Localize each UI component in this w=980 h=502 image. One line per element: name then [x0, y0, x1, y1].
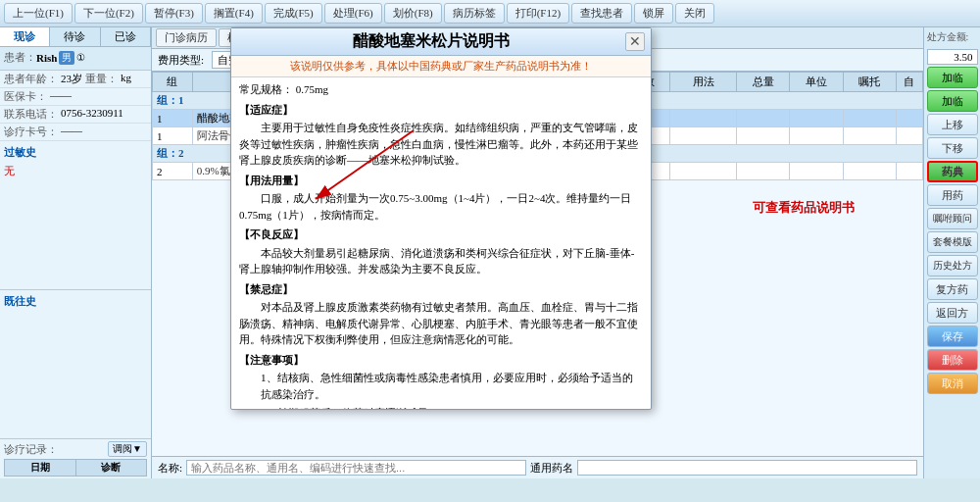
drug-1-usage — [670, 110, 737, 127]
drug-3-usage — [670, 163, 737, 180]
toolbar-btn-treat[interactable]: 处理(F6) — [324, 3, 382, 24]
tab-current[interactable]: 现诊 — [0, 27, 50, 46]
drug-1-unit — [790, 110, 843, 127]
diagnosis-table: 日期 诊断 — [4, 459, 147, 477]
btn-save[interactable]: 保存 — [927, 326, 978, 347]
toolbar-btn-prev[interactable]: 上一位(F1) — [4, 3, 73, 24]
toolbar-btn-disease[interactable]: 病历标签 — [444, 3, 505, 24]
main-layout: 现诊 待诊 已诊 患者： Rish 男 ① 患者年龄： 23岁 重量： kg 医… — [0, 27, 980, 478]
col-total: 总量 — [737, 73, 790, 92]
btn-advice[interactable]: 嘱咐顾问 — [927, 208, 978, 229]
patient-gender: 男 — [59, 51, 74, 65]
drug-1-self — [896, 110, 922, 127]
diagnosis-recall-button[interactable]: 调阅▼ — [108, 441, 147, 457]
drug-input-label: 名称: — [158, 461, 182, 476]
btn-add-2[interactable]: 加临 — [927, 90, 978, 112]
col-usage: 用法 — [670, 73, 737, 92]
diagnosis-section: 诊疗记录： 调阅▼ 日期 诊断 — [0, 438, 151, 478]
section-contraindication-title: 【禁忌症】 — [239, 281, 643, 298]
btn-down[interactable]: 下移 — [927, 137, 978, 159]
col-self: 自 — [896, 73, 922, 92]
section-notes-title: 【注意事项】 — [239, 352, 643, 369]
past-history-title: 既往史 — [4, 292, 147, 311]
patient-card: —— — [50, 89, 72, 104]
price-label: 处方金额: — [927, 30, 969, 44]
allergy-history: 过敏史 无 — [0, 141, 151, 289]
patient-diag-card-row: 诊疗卡号： —— — [0, 124, 151, 141]
toolbar-btn-done[interactable]: 完成(F5) — [265, 3, 322, 24]
price-display: 3.50 — [927, 49, 978, 65]
drug-info-popup: 醋酸地塞米松片说明书 ✕ 该说明仅供参考，具体以中国药典或厂家生产药品说明书为准… — [230, 27, 652, 410]
diagnosis-header: 诊疗记录： 调阅▼ — [4, 441, 147, 457]
btn-history[interactable]: 历史处方 — [927, 255, 978, 276]
btn-up[interactable]: 上移 — [927, 114, 978, 135]
spec-value: 0.75mg — [296, 83, 328, 95]
section-notes-item-1: 1、结核病、急性细菌性或病毒性感染患者慎用，必要应用时，必须给予适当的抗感染治疗… — [239, 370, 643, 402]
drug-name-input[interactable] — [186, 460, 526, 476]
drug-info-title: 醋酸地塞米松片说明书 — [237, 31, 625, 52]
toolbar-btn-hold[interactable]: 搁置(F4) — [205, 3, 263, 24]
tab-pending[interactable]: 待诊 — [50, 27, 100, 46]
common-name-label: 通用药名 — [530, 461, 573, 476]
center-panel: 门诊病历 检验检查 西/成药处方 中药处方 处置单 其他 图片资料 费用类型: … — [152, 27, 923, 478]
section-contraindication-content: 对本品及肾上腺皮质激素类药物有过敏史者禁用。高血压、血栓症、胃与十二指肠溃疡、精… — [239, 299, 643, 348]
btn-reset[interactable]: 返回方 — [927, 302, 978, 324]
patient-info: 患者： Rish 男 ① — [0, 47, 151, 71]
drug-input-row: 名称: 通用药名 — [152, 456, 923, 478]
drug-1-note — [843, 110, 896, 127]
drug-1-total — [737, 110, 790, 127]
drug-info-subtitle: 该说明仅供参考，具体以中国药典或厂家生产药品说明书为准！ — [231, 56, 651, 77]
drug-3-group: 2 — [153, 163, 193, 180]
btn-add-1[interactable]: 加临 — [927, 67, 978, 88]
drug-2-unit — [790, 127, 843, 145]
drug-2-self — [896, 127, 922, 145]
diagnosis-title: 诊疗记录： — [4, 442, 58, 457]
btn-delete[interactable]: 删除 — [927, 349, 978, 371]
toolbar-btn-print[interactable]: 打印(F12) — [507, 3, 569, 24]
allergy-history-content: 无 — [4, 162, 147, 180]
patient-name-label: 患者： — [4, 50, 36, 65]
left-tab-bar: 现诊 待诊 已诊 — [0, 27, 151, 47]
toolbar-btn-screen[interactable]: 锁屏 — [634, 3, 673, 24]
btn-formula[interactable]: 复方药 — [927, 278, 978, 300]
drug-info-title-bar: 醋酸地塞米松片说明书 ✕ — [231, 28, 651, 56]
section-adverse-content: 本品较大剂量易引起糖尿病、消化道溃疡和类柯兴综合征症状，对下丘脑-垂体-肾上腺轴… — [239, 245, 643, 277]
patient-weight: kg — [121, 72, 131, 86]
section-indication-content: 主要用于过敏性自身免疫性炎症性疾病。如结缔组织病，严重的支气管哮喘，皮炎等过敏性… — [239, 120, 643, 169]
drug-1-group: 1 — [153, 110, 193, 127]
drug-3-note — [843, 163, 896, 180]
drug-3-total — [737, 163, 790, 180]
common-name-input[interactable] — [577, 460, 917, 476]
toolbar-btn-close[interactable]: 关闭 — [675, 3, 714, 24]
diag-col-date: 日期 — [5, 460, 76, 477]
drug-2-total — [737, 127, 790, 145]
toolbar-btn-pause[interactable]: 暂停(F3) — [145, 3, 203, 24]
section-adverse-title: 【不良反应】 — [239, 226, 643, 243]
tab-done[interactable]: 已诊 — [101, 27, 151, 46]
patient-age: 23岁 — [61, 72, 82, 86]
drug-info-close-button[interactable]: ✕ — [625, 32, 645, 51]
toolbar-btn-price[interactable]: 划价(F8) — [384, 3, 442, 24]
patient-diag-card: —— — [61, 125, 82, 139]
col-note: 嘱托 — [843, 73, 896, 92]
patient-card-row: 医保卡： —— — [0, 88, 151, 106]
drug-2-usage — [670, 127, 737, 145]
patient-age-row: 患者年龄： 23岁 重量： kg — [0, 71, 151, 88]
btn-usage[interactable]: 用药 — [927, 184, 978, 206]
toolbar-btn-next[interactable]: 下一位(F2) — [74, 3, 143, 24]
left-panel: 现诊 待诊 已诊 患者： Rish 男 ① 患者年龄： 23岁 重量： kg 医… — [0, 27, 152, 478]
btn-template[interactable]: 套餐模版 — [927, 231, 978, 253]
section-dosage-title: 【用法用量】 — [239, 173, 643, 189]
past-history: 既往史 — [0, 289, 151, 438]
drug-2-group: 1 — [153, 127, 193, 145]
btn-dictionary[interactable]: 药典 — [927, 161, 978, 182]
btn-cancel[interactable]: 取消 — [927, 373, 978, 394]
diag-col-diagnosis: 诊断 — [75, 460, 147, 477]
price-row: 处方金额: — [927, 30, 978, 44]
drug-2-note — [843, 127, 896, 145]
toolbar-btn-find[interactable]: 查找患者 — [571, 3, 632, 24]
section-notes-item-2: 2、长期服药后，停药时应逐渐减量。 — [239, 405, 643, 409]
allergy-history-title: 过敏史 — [4, 143, 147, 162]
patient-name: Rish — [36, 52, 57, 64]
tab-clinic-record[interactable]: 门诊病历 — [156, 28, 217, 47]
